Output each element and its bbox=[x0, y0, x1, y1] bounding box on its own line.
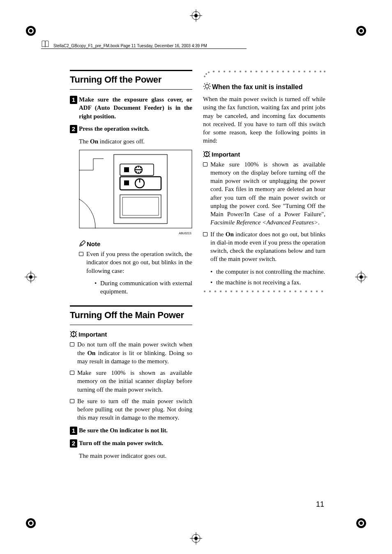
svg-point-27 bbox=[194, 537, 198, 540]
svg-point-82 bbox=[214, 291, 216, 292]
crop-mark-ml bbox=[23, 269, 39, 285]
crop-mark-tr bbox=[353, 23, 369, 39]
svg-point-46 bbox=[213, 71, 214, 72]
svg-rect-39 bbox=[122, 197, 159, 215]
svg-line-75 bbox=[209, 83, 210, 84]
step-number-2-icon: 2 bbox=[70, 125, 77, 133]
note-list: Even if you press the operation switch, … bbox=[79, 250, 192, 275]
svg-point-94 bbox=[279, 291, 280, 292]
right-column: When the fax unit is installed When the … bbox=[203, 70, 325, 464]
checkbox-icon bbox=[70, 342, 74, 346]
dotted-separator-bottom bbox=[203, 290, 325, 293]
important-heading-2: Important bbox=[203, 151, 325, 158]
svg-point-55 bbox=[261, 71, 263, 72]
svg-point-100 bbox=[311, 291, 312, 292]
important-item-2: Make sure 100% is shown as available mem… bbox=[70, 369, 192, 394]
svg-point-81 bbox=[209, 291, 211, 292]
bullet2-item-1: • the computer is not controlling the ma… bbox=[210, 268, 325, 276]
note-bullet-1: • During communication with external equ… bbox=[95, 279, 192, 296]
step-number-2-icon: 2 bbox=[70, 439, 77, 448]
svg-point-67 bbox=[324, 71, 325, 72]
svg-point-11 bbox=[360, 522, 363, 525]
dotted-separator-top bbox=[203, 70, 325, 78]
svg-point-2 bbox=[29, 29, 32, 32]
svg-point-68 bbox=[205, 85, 209, 88]
svg-point-90 bbox=[257, 291, 259, 292]
svg-line-74 bbox=[209, 88, 210, 89]
svg-point-43 bbox=[204, 76, 205, 77]
important-icon bbox=[70, 331, 77, 337]
svg-point-62 bbox=[298, 71, 300, 72]
svg-point-85 bbox=[231, 291, 232, 292]
svg-point-99 bbox=[305, 291, 307, 292]
svg-point-47 bbox=[218, 71, 220, 72]
step-1-text: Make sure the exposure glass cover, or A… bbox=[79, 95, 192, 120]
important2-item-1: Make sure 100% is shown as available mem… bbox=[203, 160, 325, 227]
pencil-icon bbox=[79, 240, 85, 247]
note-item-1: Even if you press the operation switch, … bbox=[79, 250, 192, 275]
checkbox-icon bbox=[70, 371, 74, 375]
checkbox-icon bbox=[70, 399, 74, 403]
step-2-body: The On indicator goes off. bbox=[79, 137, 192, 145]
tip-body: When the main power switch is turned off… bbox=[203, 95, 325, 145]
header-path: StellaC2_GBcopy_F1_pre_FM.book Page 11 T… bbox=[41, 43, 247, 49]
crop-mark-br bbox=[353, 515, 369, 531]
svg-point-79 bbox=[206, 155, 207, 156]
svg-point-60 bbox=[288, 71, 289, 72]
svg-point-5 bbox=[360, 29, 363, 32]
svg-point-19 bbox=[360, 275, 363, 279]
step-b1: 1 Be sure the On indicator is not lit. bbox=[70, 426, 192, 435]
important2-item-2: If the On indicator does not go out, but… bbox=[203, 230, 325, 263]
svg-point-58 bbox=[277, 71, 279, 72]
svg-point-57 bbox=[272, 71, 273, 72]
svg-rect-35 bbox=[124, 180, 129, 185]
page-number: 11 bbox=[316, 500, 324, 509]
svg-point-88 bbox=[247, 291, 248, 292]
svg-point-54 bbox=[256, 71, 257, 72]
svg-point-95 bbox=[284, 291, 286, 292]
svg-point-61 bbox=[293, 71, 295, 72]
svg-point-50 bbox=[234, 71, 236, 72]
step-2-text: Press the operation switch. bbox=[79, 125, 149, 133]
svg-point-49 bbox=[229, 71, 231, 72]
checkbox-icon bbox=[79, 252, 83, 256]
important-item-1: Do not turn off the main power switch wh… bbox=[70, 340, 192, 365]
svg-point-56 bbox=[266, 71, 268, 72]
heading-turning-off-main-power: Turning Off the Main Power bbox=[70, 305, 192, 325]
crop-mark-mb bbox=[188, 530, 204, 547]
svg-point-48 bbox=[224, 71, 225, 72]
svg-point-42 bbox=[73, 335, 74, 336]
svg-point-64 bbox=[309, 71, 311, 72]
svg-point-65 bbox=[314, 71, 316, 72]
svg-point-15 bbox=[29, 275, 32, 279]
svg-point-66 bbox=[320, 71, 321, 72]
svg-point-98 bbox=[300, 291, 302, 292]
svg-point-102 bbox=[321, 291, 323, 292]
crop-mark-mr bbox=[353, 269, 369, 285]
tip-heading: When the fax unit is installed bbox=[203, 82, 325, 91]
important-heading-1: Important bbox=[70, 331, 192, 338]
svg-point-63 bbox=[304, 71, 305, 72]
svg-point-91 bbox=[263, 291, 264, 292]
svg-point-83 bbox=[220, 291, 221, 292]
bullet-list-2: • the computer is not controlling the ma… bbox=[210, 268, 325, 287]
svg-point-89 bbox=[252, 291, 254, 292]
svg-point-59 bbox=[282, 71, 284, 72]
crop-mark-bl bbox=[23, 515, 39, 531]
left-column: Turning Off the Power 1 Make sure the ex… bbox=[70, 70, 192, 464]
svg-point-23 bbox=[194, 14, 198, 17]
svg-line-76 bbox=[204, 88, 205, 89]
svg-point-92 bbox=[268, 291, 270, 292]
svg-rect-31 bbox=[124, 167, 129, 172]
step-2: 2 Press the operation switch. bbox=[70, 125, 192, 133]
svg-point-52 bbox=[245, 71, 247, 72]
heading-turning-off-power: Turning Off the Power bbox=[70, 70, 192, 90]
crop-mark-tl bbox=[23, 23, 39, 39]
checkbox-icon bbox=[203, 232, 208, 236]
power-switch-illustration bbox=[79, 150, 192, 230]
crop-mark-mt bbox=[188, 7, 204, 24]
svg-point-45 bbox=[208, 72, 210, 73]
svg-point-84 bbox=[225, 291, 227, 292]
important-list-1: Do not turn off the main power switch wh… bbox=[70, 340, 192, 422]
svg-point-97 bbox=[295, 291, 296, 292]
